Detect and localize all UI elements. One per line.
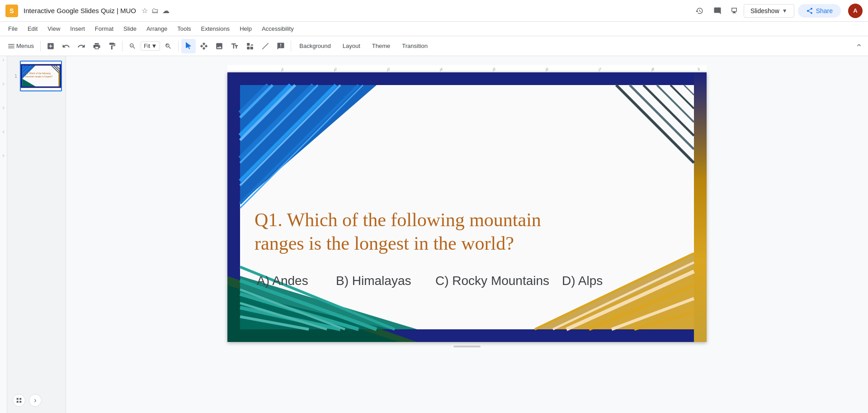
slide-canvas[interactable]: Q1. Which of the following mountain rang… (227, 72, 707, 342)
svg-text:4: 4 (440, 67, 443, 71)
titlebar: S Interactive Google Slides Quiz | MUO ☆… (0, 0, 868, 22)
slide-action-buttons: Background Layout Theme Transition (294, 41, 433, 51)
slideshow-dropdown-arrow: ▼ (782, 8, 788, 14)
ruler-mark-1: 1 (2, 58, 4, 62)
svg-text:B) Himalayas: B) Himalayas (336, 274, 411, 288)
menubar: File Edit View Insert Format Slide Arran… (0, 22, 868, 36)
svg-text:C) Rocky Mountains: C) Rocky Mountains (435, 274, 549, 288)
drive-icon[interactable]: 🗂 (151, 7, 159, 15)
menu-edit[interactable]: Edit (23, 24, 42, 34)
add-comment-button[interactable] (274, 39, 288, 53)
slides-next-button[interactable]: › (29, 394, 42, 407)
separator-2 (122, 41, 123, 52)
text-insert-button[interactable] (227, 39, 242, 53)
main-area: 1 2 3 4 5 1 (0, 56, 868, 413)
menu-accessibility[interactable]: Accessibility (257, 24, 298, 34)
svg-text:2: 2 (335, 67, 337, 71)
history-icon[interactable] (692, 4, 707, 18)
image-insert-button[interactable] (212, 39, 226, 53)
menu-file[interactable]: File (4, 24, 22, 34)
svg-text:5: 5 (493, 67, 495, 71)
svg-rect-11 (58, 71, 59, 86)
svg-text:D) Alps: D) Alps (562, 274, 603, 288)
add-slide-button[interactable] (43, 39, 58, 53)
theme-button[interactable]: Theme (367, 41, 396, 51)
share-button[interactable]: Share (798, 4, 841, 18)
toolbar: Menus Fit ▼ (0, 36, 868, 56)
menu-format[interactable]: Format (90, 24, 118, 34)
svg-text:6: 6 (546, 67, 548, 71)
svg-text:A) Andes: A) Andes (257, 274, 308, 288)
menu-insert[interactable]: Insert (66, 24, 90, 34)
svg-text:mountain ranges is longest?: mountain ranges is longest? (25, 76, 53, 78)
menu-view[interactable]: View (43, 24, 65, 34)
ruler-mark-5: 5 (2, 154, 4, 158)
svg-text:Q1. Which of the following: Q1. Which of the following (25, 72, 51, 75)
zoom-out-button[interactable] (125, 39, 140, 53)
menu-arrange[interactable]: Arrange (142, 24, 172, 34)
slide-1-number: 1 (11, 73, 17, 79)
svg-rect-14 (227, 65, 707, 72)
separator-4 (291, 41, 291, 52)
svg-text:ranges is the longest in the w: ranges is the longest in the world? (255, 233, 514, 254)
svg-rect-34 (694, 72, 707, 342)
slides-grid-button[interactable] (13, 394, 25, 407)
avatar[interactable]: A (848, 4, 863, 18)
document-title: Interactive Google Slides Quiz | MUO (24, 7, 136, 14)
svg-text:7: 7 (599, 67, 601, 71)
line-tool-button[interactable] (258, 39, 273, 53)
transition-button[interactable]: Transition (396, 41, 433, 51)
print-button[interactable] (90, 39, 104, 53)
slideshow-button[interactable]: Slideshow ▼ (744, 4, 794, 18)
svg-text:3: 3 (387, 67, 390, 71)
svg-text:8: 8 (652, 67, 654, 71)
slide-1-container: 1 (11, 61, 62, 91)
cloud-icon: ☁ (162, 6, 170, 15)
app-icon: S (5, 5, 18, 17)
zoom-dropdown-arrow: ▼ (151, 43, 157, 49)
menu-extensions[interactable]: Extensions (197, 24, 235, 34)
slideshow-label: Slideshow (750, 7, 779, 14)
menu-slide[interactable]: Slide (119, 24, 141, 34)
menu-tools[interactable]: Tools (173, 24, 195, 34)
zoom-selector[interactable]: Fit ▼ (141, 41, 160, 51)
title-icons: ☆ 🗂 ☁ (142, 6, 170, 15)
zoom-in-button[interactable] (161, 39, 175, 53)
star-icon[interactable]: ☆ (142, 6, 148, 15)
canvas-area: 1 2 3 4 5 6 7 8 9 (66, 56, 868, 413)
present-icon[interactable] (728, 4, 740, 18)
svg-text:1: 1 (282, 67, 284, 71)
share-label: Share (816, 7, 833, 14)
svg-text:Q1. Which of the following mou: Q1. Which of the following mountain (255, 209, 541, 230)
top-ruler: 1 2 3 4 5 6 7 8 9 (227, 65, 707, 72)
redo-button[interactable] (74, 39, 89, 53)
paint-format-button[interactable] (105, 39, 119, 53)
separator-3 (178, 41, 179, 52)
shape-insert-button[interactable] (243, 39, 257, 53)
move-button[interactable] (197, 39, 211, 53)
undo-button[interactable] (59, 39, 73, 53)
slides-panel: 1 (7, 56, 66, 413)
comment-icon[interactable] (710, 4, 725, 18)
scroll-indicator[interactable] (453, 346, 481, 347)
background-button[interactable]: Background (294, 41, 336, 51)
toolbar-collapse-button[interactable] (854, 40, 864, 52)
ruler-mark-4: 4 (2, 130, 4, 134)
bottom-scroll-area (453, 346, 481, 347)
slides-bottom-buttons: › (11, 392, 62, 408)
svg-text:9: 9 (698, 67, 700, 71)
ruler-mark-2: 2 (2, 82, 4, 86)
separator-1 (40, 41, 41, 52)
menus-button[interactable]: Menus (4, 39, 38, 53)
layout-button[interactable]: Layout (337, 41, 366, 51)
left-ruler: 1 2 3 4 5 (0, 56, 7, 413)
menu-help[interactable]: Help (235, 24, 256, 34)
slide-1-thumbnail[interactable]: Q1. Which of the following mountain rang… (20, 61, 62, 91)
select-button[interactable] (181, 39, 196, 53)
ruler-mark-3: 3 (2, 106, 4, 110)
